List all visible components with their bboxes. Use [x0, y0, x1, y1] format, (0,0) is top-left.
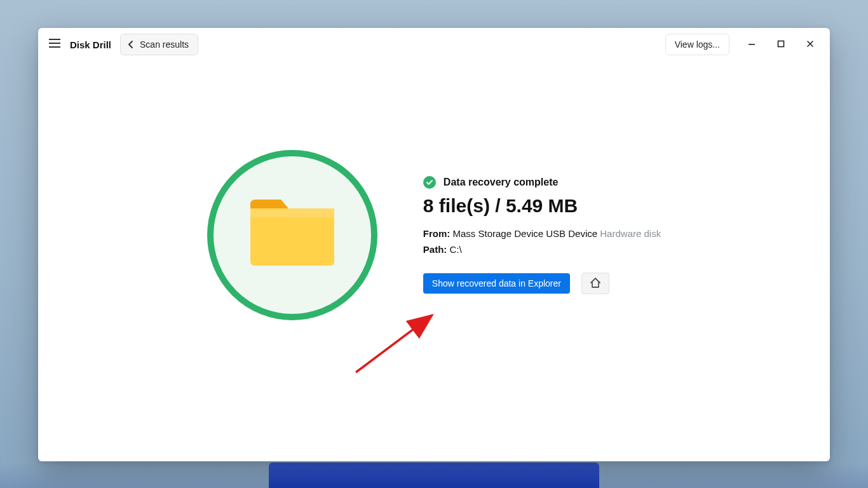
result-badge — [207, 150, 377, 320]
minimize-icon — [748, 39, 756, 50]
svg-rect-6 — [250, 208, 334, 217]
back-label: Scan results — [140, 39, 189, 50]
from-value-muted: Hardware disk — [600, 228, 661, 239]
result-headline: 8 file(s) / 5.49 MB — [423, 195, 661, 217]
content-area: Data recovery complete 8 file(s) / 5.49 … — [38, 61, 830, 461]
svg-rect-0 — [49, 39, 60, 40]
view-logs-button[interactable]: View logs... — [665, 34, 729, 55]
taskbar — [269, 463, 599, 488]
titlebar: Disk Drill Scan results View logs... — [38, 28, 830, 61]
window-controls — [737, 32, 825, 57]
chevron-left-icon — [126, 39, 136, 50]
maximize-icon — [777, 39, 785, 50]
from-row: From: Mass Storage Device USB Device Har… — [423, 228, 661, 239]
folder-icon — [248, 200, 337, 271]
svg-rect-2 — [49, 46, 60, 48]
result-details: Data recovery complete 8 file(s) / 5.49 … — [423, 176, 661, 294]
status-text: Data recovery complete — [444, 177, 559, 188]
path-row: Path: C:\ — [423, 244, 661, 255]
svg-rect-4 — [778, 41, 784, 47]
minimize-button[interactable] — [737, 32, 766, 57]
result-meta: From: Mass Storage Device USB Device Har… — [423, 228, 661, 255]
status-row: Data recovery complete — [423, 176, 661, 189]
svg-rect-1 — [49, 43, 60, 44]
show-in-explorer-button[interactable]: Show recovered data in Explorer — [423, 273, 570, 294]
app-window: Disk Drill Scan results View logs... — [38, 28, 830, 461]
from-value: Mass Storage Device USB Device — [453, 228, 598, 239]
close-icon — [806, 39, 814, 50]
hamburger-icon — [49, 39, 60, 50]
actions-row: Show recovered data in Explorer — [423, 273, 661, 294]
from-label: From: — [423, 228, 451, 239]
result-row: Data recovery complete 8 file(s) / 5.49 … — [207, 150, 661, 320]
view-logs-label: View logs... — [675, 39, 720, 50]
path-value: C:\ — [450, 244, 462, 255]
app-title: Disk Drill — [70, 39, 111, 50]
primary-button-label: Show recovered data in Explorer — [432, 278, 561, 288]
home-button[interactable] — [581, 273, 609, 294]
svg-rect-3 — [749, 44, 755, 45]
home-icon — [590, 277, 601, 290]
path-label: Path: — [423, 244, 447, 255]
menu-button[interactable] — [44, 34, 65, 55]
svg-line-8 — [356, 315, 432, 372]
maximize-button[interactable] — [766, 32, 796, 57]
back-button[interactable]: Scan results — [120, 34, 198, 55]
close-button[interactable] — [796, 32, 825, 57]
check-icon — [423, 176, 436, 189]
